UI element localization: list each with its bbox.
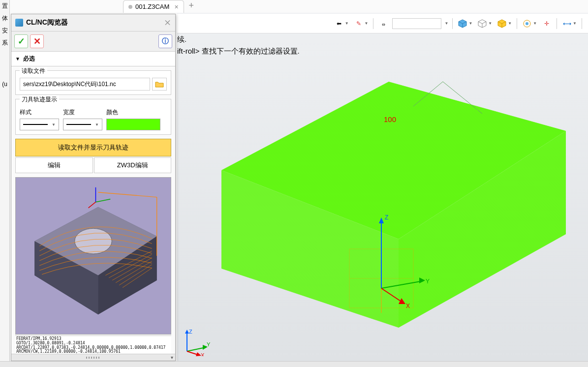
solid-line-icon: [23, 124, 48, 125]
svg-point-41: [526, 22, 528, 25]
svg-line-25: [187, 351, 199, 355]
strip-text: 置: [0, 0, 9, 12]
solid-line-icon: [66, 124, 91, 125]
cube-shaded-icon: [458, 19, 467, 29]
strip-text: (u: [0, 79, 9, 90]
center-button[interactable]: ✛: [541, 18, 553, 30]
cube-yellow-icon: [497, 19, 507, 29]
svg-text:X: X: [406, 303, 410, 309]
scroll-down-icon[interactable]: ▾: [171, 355, 173, 360]
dropdown-arrow-icon: ▼: [52, 122, 56, 127]
grip-icon: [86, 357, 101, 359]
horizontal-scrollbar[interactable]: [0, 361, 588, 367]
svg-text:X: X: [201, 352, 205, 356]
dropdown-arrow-icon[interactable]: ▼: [508, 21, 512, 26]
info-button[interactable]: ⓘ: [158, 34, 172, 48]
hint-line: 续.: [177, 33, 300, 45]
dialog-titlebar[interactable]: CL/NC阅览器 ⨯: [11, 14, 175, 31]
3d-viewport[interactable]: Z Y X 100 Z Y X: [177, 13, 588, 361]
measure-dim-button[interactable]: ⟷▼: [561, 18, 578, 30]
dropdown-arrow-icon[interactable]: ▼: [533, 21, 537, 26]
svg-line-12: [381, 281, 423, 288]
style-label: 样式: [20, 108, 59, 117]
filter-input[interactable]: [392, 18, 441, 29]
hint-line: ift-roll> 查找下一个有效的过滤器设置.: [177, 45, 300, 57]
collapse-triangle-icon: ▼: [15, 56, 20, 61]
section-title: 必选: [23, 55, 35, 63]
svg-line-22: [187, 347, 206, 351]
width-label: 宽度: [63, 108, 102, 117]
undo-button[interactable]: ⬅▼: [333, 18, 350, 30]
dropdown-arrow-icon[interactable]: ▼: [488, 21, 492, 26]
read-and-show-button[interactable]: 读取文件并显示刀具轨迹: [15, 139, 171, 156]
dropdown-arrow-icon[interactable]: ▼: [345, 21, 349, 26]
filter-button[interactable]: ⏛: [377, 18, 389, 30]
svg-marker-2: [221, 82, 566, 239]
svg-marker-26: [196, 352, 201, 356]
cancel-button[interactable]: ✕: [30, 34, 44, 48]
browse-button[interactable]: [152, 78, 167, 91]
toolpath-preview: [15, 177, 171, 335]
svg-line-34: [482, 22, 486, 24]
dropdown-arrow-icon: ▼: [95, 122, 99, 127]
zoom-button[interactable]: ▼: [521, 18, 538, 30]
dialog-resize-handle[interactable]: ▾: [11, 354, 175, 361]
color-picker[interactable]: [106, 119, 160, 130]
svg-line-14: [381, 288, 403, 303]
dialog-body: 读取文件 刀具轨迹显示 样式 ▼ 宽度 ▼ 颜色: [11, 66, 175, 354]
dialog-action-bar: ✓ ✕ ⓘ: [11, 31, 175, 52]
nc-code-output: FEDRAT/IPM,16.92913 GOTO/1.30280,0.08091…: [15, 336, 171, 354]
folder-icon: [155, 81, 164, 88]
group-label: 读取文件: [20, 67, 47, 75]
svg-marker-11: [379, 217, 384, 223]
separator: [373, 18, 373, 29]
svg-rect-6: [349, 249, 413, 308]
ok-button[interactable]: ✓: [14, 34, 28, 48]
separator: [517, 18, 517, 29]
yellow-cube-button[interactable]: ▼: [496, 18, 513, 30]
svg-marker-20: [185, 330, 189, 334]
dimension-label: 100: [384, 115, 396, 123]
required-section-header[interactable]: ▼ 必选: [11, 52, 175, 66]
shaded-cube-button[interactable]: ▼: [457, 18, 473, 30]
svg-text:Z: Z: [189, 329, 192, 335]
left-sidebar-strip: 置 体 安 系 (u: [0, 0, 10, 367]
file-path-input[interactable]: [20, 78, 150, 91]
svg-marker-3: [221, 170, 399, 328]
svg-line-33: [478, 22, 482, 24]
viewport-axis-triad: Z Y X: [182, 327, 212, 356]
separator: [582, 18, 582, 29]
dimension-icon: ⟷: [562, 19, 572, 29]
toolpath-render: Z Y X: [202, 72, 576, 337]
close-icon[interactable]: ⨯: [164, 17, 171, 28]
file-icon: [128, 5, 132, 9]
view-toolbar: ⬅▼ ✎▼ ⏛ ▼ ▼ ▼ ▼ ▼ ✛ ⟷▼: [177, 14, 588, 33]
crosshair-icon: ✛: [542, 19, 552, 29]
strip-text: 安: [0, 25, 9, 37]
tab-label: 001.Z3CAM: [135, 3, 169, 10]
svg-marker-15: [399, 298, 405, 304]
svg-marker-23: [203, 345, 208, 350]
document-tab-bar: 001.Z3CAM × +: [10, 0, 588, 13]
zw3d-edit-button[interactable]: ZW3D编辑: [94, 157, 172, 173]
dropdown-arrow-icon[interactable]: ▼: [365, 21, 369, 26]
separator: [452, 18, 453, 29]
dropdown-arrow-icon[interactable]: ▼: [573, 21, 577, 26]
strip-text: 系: [0, 37, 9, 49]
close-tab-icon[interactable]: ×: [174, 3, 178, 11]
add-tab-button[interactable]: +: [184, 0, 199, 13]
cube-app-icon: [15, 19, 23, 27]
svg-text:Y: Y: [207, 341, 211, 347]
line-style-select[interactable]: ▼: [20, 119, 59, 130]
edit-button[interactable]: 编辑: [15, 157, 93, 173]
svg-marker-13: [419, 277, 425, 283]
measure-button[interactable]: ✎▼: [353, 18, 370, 30]
arrow-back-icon: ⬅: [334, 19, 344, 29]
cl-nc-viewer-dialog: CL/NC阅览器 ⨯ ✓ ✕ ⓘ ▼ 必选 读取文件 刀具轨迹显示 样式 ▼: [11, 14, 176, 361]
wire-cube-button[interactable]: ▼: [476, 18, 493, 30]
dropdown-arrow-icon[interactable]: ▼: [444, 21, 448, 26]
document-tab[interactable]: 001.Z3CAM ×: [123, 0, 184, 13]
line-width-select[interactable]: ▼: [63, 119, 102, 130]
svg-text:Y: Y: [426, 278, 430, 285]
dropdown-arrow-icon[interactable]: ▼: [468, 21, 472, 26]
